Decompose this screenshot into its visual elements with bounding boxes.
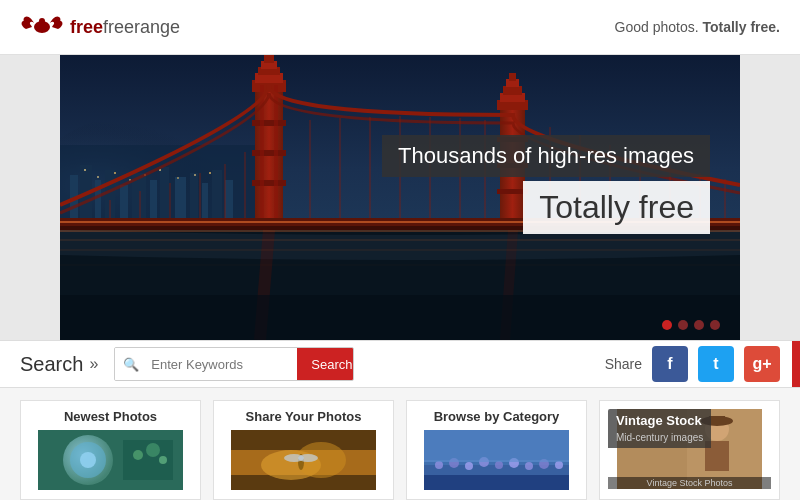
search-button[interactable]: Search — [297, 348, 354, 380]
googleplus-button[interactable]: g+ — [744, 346, 780, 382]
svg-point-89 — [159, 456, 167, 464]
svg-point-104 — [495, 461, 503, 469]
dot-4[interactable] — [710, 320, 720, 330]
browse-category-card[interactable]: Browse by Category — [406, 400, 587, 500]
newest-photos-image — [29, 430, 192, 491]
header: freefreerange Good photos. Totally free. — [0, 0, 800, 55]
dot-3[interactable] — [694, 320, 704, 330]
logo-area[interactable]: freefreerange — [20, 13, 180, 41]
svg-point-20 — [97, 176, 99, 178]
newest-photos-title: Newest Photos — [29, 409, 192, 424]
svg-point-21 — [114, 172, 116, 174]
svg-rect-47 — [509, 73, 516, 81]
search-form: 🔍 Search — [114, 347, 354, 381]
search-input[interactable] — [147, 351, 297, 378]
svg-point-26 — [194, 174, 196, 176]
logo-text: freefreerange — [70, 17, 180, 38]
svg-point-88 — [146, 443, 160, 457]
svg-point-106 — [525, 462, 533, 470]
svg-rect-37 — [252, 120, 286, 126]
svg-rect-38 — [252, 150, 286, 156]
vintage-stock-card[interactable]: Vintage Stock Mid-century images Vintage… — [599, 400, 780, 500]
twitter-button[interactable]: t — [698, 346, 734, 382]
svg-point-27 — [209, 172, 211, 174]
svg-point-25 — [177, 177, 179, 179]
svg-rect-81 — [60, 295, 740, 340]
facebook-button[interactable]: f — [652, 346, 688, 382]
tagline: Good photos. Totally free. — [615, 19, 781, 35]
share-photos-title: Share Your Photos — [222, 409, 385, 424]
hero-line2: Totally free — [523, 181, 710, 234]
search-label: Search — [20, 353, 83, 376]
svg-rect-39 — [252, 180, 286, 186]
search-bar: Search » 🔍 Search Share f t g+ — [0, 340, 800, 388]
share-label: Share — [605, 356, 642, 372]
svg-point-102 — [465, 462, 473, 470]
browse-thumbnail — [415, 430, 578, 490]
vintage-sub-label: Vintage Stock Photos — [608, 477, 771, 489]
hero-dots — [662, 320, 720, 330]
hero-line1: Thousands of high-res images — [382, 135, 710, 177]
newest-photos-card[interactable]: Newest Photos — [20, 400, 201, 500]
svg-rect-45 — [503, 86, 522, 95]
svg-rect-109 — [424, 430, 569, 462]
search-icon-wrap: 🔍 — [115, 348, 147, 380]
svg-point-85 — [80, 452, 96, 468]
share-area: Share f t g+ — [605, 346, 780, 382]
share-photos-image — [222, 430, 385, 491]
hero-image-container: Thousands of high-res images Totally fre… — [60, 55, 740, 340]
hero-text-overlay: Thousands of high-res images Totally fre… — [382, 135, 710, 234]
svg-point-108 — [555, 461, 563, 469]
browse-category-image — [415, 430, 578, 491]
newest-thumbnail — [29, 430, 192, 490]
browse-category-title: Browse by Category — [415, 409, 578, 424]
share-photos-card[interactable]: Share Your Photos — [213, 400, 394, 500]
search-arrows: » — [89, 355, 98, 373]
hero-section: Thousands of high-res images Totally fre… — [0, 55, 800, 340]
svg-point-19 — [84, 169, 86, 171]
search-icon: 🔍 — [123, 357, 139, 372]
bottom-section: Newest Photos Share Your Ph — [0, 388, 800, 500]
dot-1[interactable] — [662, 320, 672, 330]
right-accent — [792, 341, 800, 387]
svg-point-96 — [298, 454, 318, 462]
search-label-area: Search » — [20, 353, 98, 376]
svg-point-1 — [39, 18, 45, 24]
dot-2[interactable] — [678, 320, 688, 330]
svg-point-100 — [435, 461, 443, 469]
vintage-stock-image: Vintage Stock Mid-century images Vintage… — [608, 409, 771, 491]
svg-rect-36 — [264, 55, 274, 63]
vintage-label: Vintage Stock Mid-century images — [608, 409, 711, 448]
svg-point-87 — [133, 450, 143, 460]
logo-icon — [20, 13, 64, 41]
share-thumbnail — [222, 430, 385, 490]
